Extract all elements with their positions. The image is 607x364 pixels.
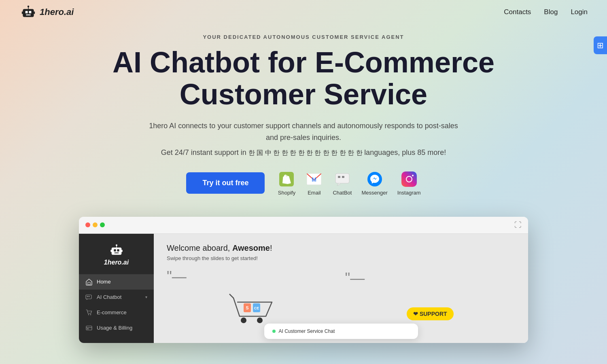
minimize-button[interactable] xyxy=(93,222,98,227)
shopify-label: Shopify xyxy=(278,190,295,196)
shopify-icon xyxy=(278,170,295,188)
welcome-prefix: Welcome aboard, xyxy=(167,243,230,252)
svg-line-35 xyxy=(229,294,233,298)
sidebar-logo: 1hero.ai xyxy=(79,240,154,274)
svg-point-29 xyxy=(89,296,90,297)
hero-title-line1: AI Chatbot for E-Commerce xyxy=(112,46,495,78)
svg-rect-11 xyxy=(335,174,349,183)
support-text: SUPPORT xyxy=(420,311,447,317)
grid-icon: ⊞ xyxy=(597,40,604,50)
chat-dialog-text: AI Customer Service Chat xyxy=(279,328,335,334)
svg-text:CE: CE xyxy=(254,306,259,310)
logo[interactable]: 1hero.ai xyxy=(19,5,74,19)
instagram-integration: Instagram xyxy=(397,170,421,196)
nav-blog[interactable]: Blog xyxy=(544,8,558,16)
svg-text:M: M xyxy=(312,176,317,183)
sidebar-item-billing[interactable]: Usage & Billing xyxy=(79,320,154,336)
nav-login[interactable]: Login xyxy=(571,8,588,16)
messenger-integration: Messenger xyxy=(361,170,387,196)
svg-rect-13 xyxy=(342,176,344,178)
svg-rect-7 xyxy=(34,12,35,14)
sidebar-item-chatbot[interactable]: AI Chatbot ▾ xyxy=(79,290,154,305)
language-icons: 한 国 中 한 한 한 한 한 한 한 한 한 한 한 xyxy=(248,149,364,156)
app-welcome-text: Welcome aboard, Awesome! xyxy=(167,243,515,253)
floating-widget[interactable]: ⊞ xyxy=(594,36,607,54)
nav-contacts[interactable]: Contacts xyxy=(504,8,531,16)
welcome-suffix: ! xyxy=(270,243,272,252)
welcome-name: Awesome xyxy=(232,243,270,252)
cta-row: Try it out free Shopify xyxy=(19,170,588,196)
right-section: "— ❤ SUPPORT xyxy=(345,269,516,320)
svg-point-30 xyxy=(88,314,89,315)
ecommerce-icon xyxy=(85,309,93,316)
quote-mark-right: "— xyxy=(345,270,365,286)
email-integration: M Email xyxy=(305,170,323,196)
hero-title: AI Chatbot for E-Commerce Customer Servi… xyxy=(19,47,588,110)
chat-dialog: AI Customer Service Chat xyxy=(264,324,418,339)
svg-rect-6 xyxy=(22,12,23,14)
svg-rect-34 xyxy=(87,328,89,329)
sidebar-logo-text: 1hero.ai xyxy=(104,259,129,266)
app-body: 1hero.ai Home AI Chatbot ▾ xyxy=(79,234,528,343)
sidebar-robot-icon xyxy=(108,243,125,257)
svg-rect-3 xyxy=(26,15,31,15)
svg-rect-19 xyxy=(114,249,116,251)
app-main-content: Welcome aboard, Awesome! Swipe through t… xyxy=(154,234,528,343)
email-icon: M xyxy=(305,170,323,188)
messenger-label: Messenger xyxy=(361,190,387,196)
shopify-integration: Shopify xyxy=(278,170,295,196)
sidebar-billing-label: Usage & Billing xyxy=(97,325,132,331)
quote-mark-left: "— xyxy=(167,269,187,285)
svg-rect-32 xyxy=(86,326,92,330)
hero-description: 1hero AI connects to your customer suppo… xyxy=(19,120,588,144)
languages-suffix: languages, plus 85 more! xyxy=(364,148,446,157)
svg-rect-1 xyxy=(25,11,28,13)
svg-rect-26 xyxy=(88,282,90,285)
hero-subtitle: YOUR DEDICATED AUTONOMOUS CUSTOMER SERVI… xyxy=(19,34,588,40)
chatbot-label: ChatBot xyxy=(333,190,352,196)
instagram-icon xyxy=(400,170,418,188)
home-icon xyxy=(85,278,93,286)
languages-prefix: Get 24/7 instant support in xyxy=(161,148,246,157)
integrations-list: Shopify M Email xyxy=(278,170,420,196)
svg-rect-2 xyxy=(29,11,31,13)
svg-point-37 xyxy=(257,317,263,323)
svg-rect-20 xyxy=(117,249,119,251)
svg-rect-21 xyxy=(114,252,119,253)
sidebar-item-ecommerce[interactable]: E-commerce xyxy=(79,305,154,320)
billing-icon xyxy=(85,324,93,332)
hero-languages: Get 24/7 instant support in 한 国 中 한 한 한 … xyxy=(19,148,588,157)
chatbot-chevron-icon: ▾ xyxy=(145,295,147,299)
sidebar-home-label: Home xyxy=(97,279,111,285)
chatbot-nav-icon xyxy=(85,294,93,301)
logo-text: 1hero.ai xyxy=(40,7,74,17)
hero-section: YOUR DEDICATED AUTONOMOUS CUSTOMER SERVI… xyxy=(0,24,607,217)
nav-links: Contacts Blog Login xyxy=(504,8,588,16)
traffic-lights xyxy=(85,222,105,227)
svg-point-17 xyxy=(412,175,414,176)
support-bubble: ❤ SUPPORT xyxy=(407,307,454,320)
app-screenshot: ⛶ 1hero.ai xyxy=(79,217,528,343)
sidebar-chatbot-label: AI Chatbot xyxy=(97,294,121,300)
svg-text:S: S xyxy=(246,305,249,310)
logo-robot-icon xyxy=(19,5,37,19)
sidebar-item-home[interactable]: Home xyxy=(79,274,154,290)
svg-rect-0 xyxy=(23,9,34,17)
app-sidebar: 1hero.ai Home AI Chatbot ▾ xyxy=(79,234,154,343)
email-label: Email xyxy=(308,190,321,196)
close-button[interactable] xyxy=(85,222,90,227)
messenger-icon xyxy=(366,170,384,188)
maximize-button[interactable] xyxy=(100,222,105,227)
left-section: "— S xyxy=(167,269,337,332)
svg-point-28 xyxy=(87,296,88,297)
try-free-button[interactable]: Try it out free xyxy=(186,172,265,194)
app-swipe-instruction: Swipe through the slides to get started! xyxy=(167,255,515,261)
chatbot-integration: ChatBot xyxy=(333,170,352,196)
chatbot-icon xyxy=(333,170,351,188)
svg-rect-25 xyxy=(121,250,123,252)
svg-point-36 xyxy=(241,317,246,323)
instagram-label: Instagram xyxy=(397,190,421,196)
app-titlebar: ⛶ xyxy=(79,217,528,234)
svg-rect-12 xyxy=(338,176,340,178)
fullscreen-icon[interactable]: ⛶ xyxy=(514,221,522,229)
